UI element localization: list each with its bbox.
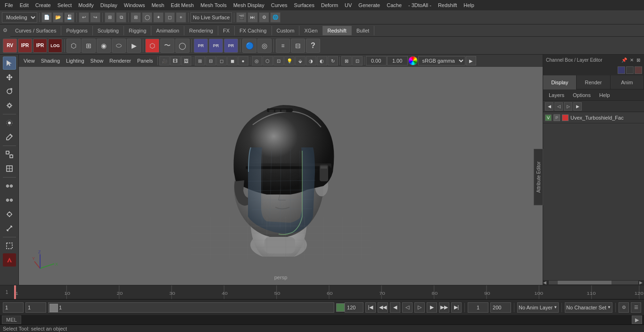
cmd-input-field[interactable]	[23, 317, 632, 323]
layer-row-0[interactable]: V P Uvex_Turboshield_Fac	[543, 112, 644, 123]
timeline-track[interactable]: 1 10 20 30 40 50 60 70 80 90 100 110 120	[14, 285, 644, 299]
rp-color3[interactable]	[635, 66, 642, 74]
vp-shadow-btn[interactable]: ⬙	[295, 56, 305, 65]
rp-expand-btn[interactable]: ⊠	[636, 57, 641, 64]
rp-color2[interactable]	[626, 66, 634, 74]
rp-scroll[interactable]: ◀ ▶	[543, 280, 644, 285]
vp-coord-y[interactable]: 1.00	[387, 56, 408, 65]
menu-cache[interactable]: Cache	[384, 1, 405, 9]
shelf-help-icon[interactable]: ?	[306, 39, 320, 53]
tab-animation[interactable]: Animation	[151, 26, 184, 35]
shelf-arrow-icon[interactable]: ▶	[127, 39, 141, 53]
tab-custom[interactable]: Custom	[272, 26, 300, 35]
current-frame-field[interactable]: 1	[3, 302, 24, 313]
shelf-pill-icon[interactable]: ⬭	[112, 39, 126, 53]
vp-cam-btn[interactable]: 🎥	[159, 56, 170, 65]
shelf-render2-icon[interactable]: ◎	[257, 39, 272, 53]
rp-color1[interactable]	[618, 66, 625, 74]
rp-scroll-right-btn[interactable]: ▶	[639, 280, 644, 285]
max-end-field[interactable]: 1	[468, 302, 488, 313]
rp-tab-display[interactable]: Display	[543, 75, 577, 89]
vp-coord-x[interactable]: 0.00	[366, 56, 387, 65]
shelf-render1-icon[interactable]: 🔵	[242, 39, 256, 53]
vp-show-menu[interactable]: Show	[88, 57, 107, 65]
shelf-cube-icon[interactable]: ⬡	[66, 39, 81, 53]
menu-mesh-tools[interactable]: Mesh Tools	[198, 1, 229, 9]
rp-layer-prev-btn[interactable]: ◀	[545, 102, 553, 111]
snap-pt-btn[interactable]: ✦	[153, 12, 164, 23]
snap2-btn[interactable]: ⊕⊕	[3, 194, 16, 207]
vp-img-btn[interactable]: 🖼	[181, 56, 191, 65]
tab-xgen[interactable]: XGen	[299, 26, 322, 35]
lasso-tool-btn[interactable]: ⧉	[116, 12, 126, 23]
menu-modify[interactable]: Modify	[75, 1, 96, 9]
tab-curves-surfaces[interactable]: Curves / Surfaces	[10, 26, 61, 35]
attr-editor-side-tab[interactable]: Attribute Editor	[534, 149, 543, 205]
pb-prev-key[interactable]: ◀◀	[378, 302, 388, 313]
shelf-rs2-icon[interactable]: PR	[209, 39, 223, 53]
pb-next-frame2[interactable]: ▷	[414, 302, 425, 313]
shelf-rv-icon[interactable]: RV	[3, 39, 17, 53]
tab-sculpting[interactable]: Sculpting	[93, 26, 124, 35]
render-settings-btn[interactable]: ⚙	[259, 12, 269, 23]
vp-view-menu[interactable]: View	[21, 57, 38, 65]
redo-btn[interactable]: ↪	[90, 12, 100, 23]
snap-view-btn[interactable]: ◻	[165, 12, 175, 23]
render-seq-btn[interactable]: ⏭	[248, 12, 258, 23]
menu-file[interactable]: File	[2, 1, 16, 9]
undo-btn[interactable]: ↩	[79, 12, 89, 23]
shelf-sphere-icon[interactable]: ◉	[97, 39, 111, 53]
pb-skip-end[interactable]: ▶|	[451, 302, 462, 313]
menu-3dtoall[interactable]: - 3DtoAll -	[405, 1, 434, 9]
vp-lighting-menu[interactable]: Lighting	[63, 57, 87, 65]
pb-next-key[interactable]: ▶▶	[439, 302, 449, 313]
menu-redshift[interactable]: Redshift	[435, 1, 460, 9]
scene[interactable]: X Y Z persp	[19, 67, 543, 285]
shelf-render3-icon[interactable]: ⊟	[291, 39, 305, 53]
soft-select-btn[interactable]	[3, 116, 16, 130]
shelf-grid-icon[interactable]: ⊞	[82, 39, 96, 53]
save-scene-btn[interactable]: 💾	[64, 12, 74, 23]
vp-wire-btn[interactable]: ◻	[216, 56, 227, 65]
vp-overlay-btn[interactable]: ⊟	[206, 56, 216, 65]
shelf-red-cube-icon[interactable]: ⬡	[145, 39, 159, 53]
vp-shade-btn[interactable]: ◼	[227, 56, 238, 65]
tab-fx[interactable]: FX	[218, 26, 235, 35]
rp-tab-anim[interactable]: Anim	[611, 75, 644, 89]
transform-tool-btn[interactable]	[3, 148, 16, 161]
menu-help[interactable]: Help	[461, 1, 477, 9]
anim-layer-dropdown[interactable]: No Anim Layer ▼	[517, 302, 559, 313]
vp-res-btn[interactable]: ⊠	[341, 56, 352, 65]
pb-prev-frame2[interactable]: ◁	[402, 302, 413, 313]
cmd-language-selector[interactable]: MEL	[2, 316, 21, 324]
pb-prev-frame[interactable]: ◀	[390, 302, 400, 313]
menu-select[interactable]: Select	[55, 1, 75, 9]
shelf-ipr-icon[interactable]: IPR	[18, 39, 32, 53]
tabs-settings-btn[interactable]: ⚙	[0, 24, 10, 37]
vp-bv-btn[interactable]: ⬡	[263, 56, 273, 65]
pb-skip-start[interactable]: |◀	[365, 302, 376, 313]
rp-close-btn[interactable]: ✕	[629, 57, 635, 64]
rp-subtab-layers[interactable]: Layers	[545, 91, 568, 99]
shelf-ipr2-icon[interactable]: IPR	[33, 39, 47, 53]
vp-refresh-btn[interactable]: ↻	[328, 56, 338, 65]
measure-btn[interactable]	[3, 222, 16, 235]
shelf-mat-icon[interactable]: ≡	[276, 39, 290, 53]
menu-deform[interactable]: Deform	[318, 1, 341, 9]
shelf-log-icon[interactable]: LOG	[48, 39, 62, 53]
frame-field2[interactable]: 1	[25, 302, 46, 313]
vp-renderer-menu[interactable]: Renderer	[107, 57, 134, 65]
tab-polygons[interactable]: Polygons	[61, 26, 92, 35]
tab-bullet[interactable]: Bullet	[352, 26, 375, 35]
vp-smooth-btn[interactable]: ●	[238, 56, 248, 65]
snap-curve-btn[interactable]: ◯	[142, 12, 152, 23]
vp-hud-btn[interactable]: ⊡	[273, 56, 284, 65]
tab-rendering[interactable]: Rendering	[184, 26, 218, 35]
open-scene-btn[interactable]: 📂	[53, 12, 63, 23]
rp-scrollbar-thumb[interactable]	[558, 281, 611, 284]
max-range-field[interactable]: 200	[490, 302, 511, 313]
render-btn[interactable]: 🎬	[236, 12, 247, 23]
shelf-rs3-icon[interactable]: PR	[224, 39, 238, 53]
range-end-field[interactable]: 120	[345, 302, 363, 313]
vp-arrow-btn[interactable]: ▶	[466, 56, 476, 65]
